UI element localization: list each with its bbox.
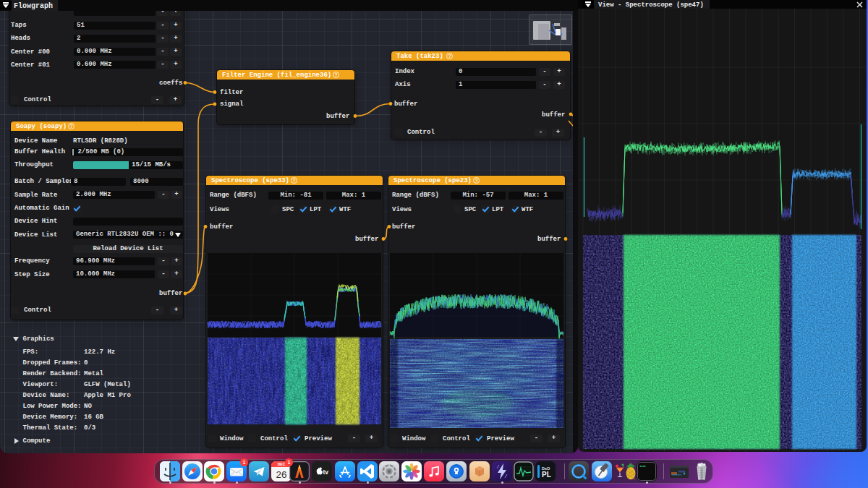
svg-text:DEC: DEC	[278, 462, 286, 466]
svg-text:EXEC: EXEC	[640, 465, 646, 468]
svg-text:PL: PL	[542, 471, 551, 479]
svg-text:26: 26	[276, 469, 286, 480]
svg-text:tv: tv	[323, 468, 329, 476]
